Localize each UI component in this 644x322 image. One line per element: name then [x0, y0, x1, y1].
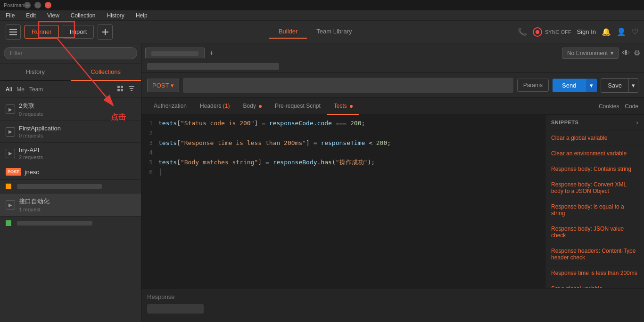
snippet-item[interactable]: Clear a global variable — [545, 130, 644, 146]
tab-tests[interactable]: Tests — [327, 98, 359, 115]
maximize-btn[interactable]: □ — [34, 2, 41, 8]
sidebar-content: ▶ 2关联 0 requests ▶ FirstApplication 0 re… — [0, 98, 141, 322]
post-tag: POST — [6, 168, 21, 176]
filter-me[interactable]: Me — [17, 86, 25, 93]
svg-rect-6 — [121, 86, 123, 88]
new-tab-button[interactable] — [98, 24, 113, 40]
url-bar: POST ▾ Params Send ▾ Save ▾ — [141, 73, 644, 98]
params-button[interactable]: Params — [517, 79, 549, 92]
list-item[interactable]: ▶ FirstApplication 0 requests — [0, 121, 141, 143]
tab-history[interactable]: History — [0, 64, 71, 81]
filter-team[interactable]: Team — [29, 86, 43, 93]
chevron-right-icon[interactable]: › — [636, 120, 638, 125]
svg-rect-9 — [129, 86, 134, 87]
list-item[interactable]: POST jnesc — [0, 164, 141, 180]
eye-icon[interactable]: 👁 — [622, 49, 630, 57]
send-button[interactable]: Send — [553, 79, 586, 92]
code-link[interactable]: Code — [625, 98, 638, 114]
snippet-item[interactable]: Response body: JSON value check — [545, 221, 644, 243]
sidebar-tabs: History Collections — [0, 64, 141, 81]
tab-builder[interactable]: Builder — [269, 25, 307, 39]
snippet-item[interactable]: Response body: Contains string — [545, 161, 644, 177]
menubar: File Edit View Collection History Help — [0, 10, 644, 21]
folder-icon: ▶ — [6, 127, 15, 137]
save-dropdown-button[interactable]: ▾ — [629, 78, 638, 93]
url-input[interactable] — [183, 78, 513, 93]
menu-file[interactable]: File — [4, 11, 17, 20]
tab-prerequest[interactable]: Pre-request Script — [268, 98, 327, 115]
tab-headers[interactable]: Headers (1) — [193, 98, 236, 115]
snippet-item[interactable]: Response time is less than 200ms — [545, 266, 644, 281]
sign-in-button[interactable]: Sign In — [577, 28, 596, 35]
snippet-item[interactable]: Clear an environment variable — [545, 146, 644, 161]
list-item[interactable] — [0, 217, 141, 230]
menu-edit[interactable]: Edit — [24, 11, 38, 20]
code-line: 4 — [141, 148, 545, 158]
method-selector[interactable]: POST ▾ — [147, 79, 179, 92]
request-section-tabs: Authorization Headers (1) Body Pre-reque… — [141, 98, 644, 115]
status-icon — [6, 184, 11, 189]
environment-selector[interactable]: No Environment ▾ — [562, 48, 619, 59]
tests-dot — [350, 105, 353, 108]
method-chevron-icon: ▾ — [171, 82, 174, 89]
svg-rect-7 — [117, 89, 120, 91]
code-editor[interactable]: 1 tests["Status code is 200"] = response… — [141, 115, 545, 288]
menu-collection[interactable]: Collection — [69, 11, 98, 20]
sidebar-toggle-button[interactable] — [6, 24, 21, 40]
response-area: Response — [141, 288, 644, 322]
sync-button[interactable]: SYNC OFF — [533, 27, 571, 37]
list-item[interactable]: ▶ 2关联 0 requests — [0, 98, 141, 121]
user-icon[interactable]: 👤 — [617, 27, 626, 36]
save-button[interactable]: Save — [601, 78, 629, 93]
request-tabs-bar: + No Environment ▾ 👁 ⚙ — [141, 43, 644, 60]
app-title: Postman — [4, 2, 24, 8]
search-input[interactable] — [4, 47, 137, 59]
send-dropdown-button[interactable]: ▾ — [586, 79, 597, 92]
snippet-item[interactable]: Set a global variable — [545, 281, 644, 288]
snippets-panel: SNIPPETS › Clear a global variable Clear… — [545, 115, 644, 288]
blurred-name — [17, 184, 102, 189]
tab-authorization[interactable]: Authorization — [147, 98, 193, 115]
snippet-item[interactable]: Response body: Convert XML body to a JSO… — [545, 177, 644, 199]
svg-rect-1 — [9, 32, 17, 32]
folder-icon: ▶ — [6, 149, 15, 158]
minimize-btn[interactable]: ─ — [24, 2, 31, 8]
menu-history[interactable]: History — [105, 11, 126, 20]
code-line: 2 — [141, 129, 545, 138]
code-line: 5 tests["Body matches string"] = respons… — [141, 158, 545, 168]
snippet-item[interactable]: Response body: is equal to a string — [545, 199, 644, 221]
import-button[interactable]: Import — [63, 25, 94, 39]
code-line: 1 tests["Status code is 200"] = response… — [141, 119, 545, 129]
add-request-tab-button[interactable]: + — [206, 49, 216, 57]
tab-body[interactable]: Body — [236, 98, 268, 115]
tab-collections[interactable]: Collections — [71, 64, 141, 81]
list-item[interactable]: ▶ hry-API 2 requests — [0, 143, 141, 164]
request-tab[interactable] — [145, 48, 205, 58]
notification-icon[interactable]: 🔔 — [602, 27, 611, 36]
menu-help[interactable]: Help — [134, 11, 149, 20]
svg-rect-10 — [130, 88, 133, 89]
sort-icon[interactable] — [128, 85, 135, 94]
window-controls: ─ □ ✕ — [24, 2, 51, 8]
filter-all[interactable]: All — [6, 86, 12, 93]
content-area: + No Environment ▾ 👁 ⚙ POST — [141, 43, 644, 322]
heart-icon[interactable]: ♡ — [632, 27, 638, 36]
list-item[interactable] — [0, 180, 141, 193]
snippet-item[interactable]: Response headers: Content-Type header ch… — [545, 243, 644, 266]
runner-button[interactable]: Runner — [25, 25, 59, 39]
close-btn[interactable]: ✕ — [45, 2, 51, 8]
settings-icon[interactable]: ⚙ — [634, 48, 640, 57]
tab-team-library[interactable]: Team Library — [307, 25, 361, 39]
code-line: 6 │ — [141, 168, 545, 177]
chevron-down-icon: ▾ — [611, 50, 613, 56]
menu-view[interactable]: View — [45, 11, 61, 20]
new-collection-icon[interactable] — [116, 85, 124, 94]
editor-area: 1 tests["Status code is 200"] = response… — [141, 115, 644, 288]
svg-rect-8 — [121, 89, 123, 91]
list-item[interactable]: ▶ 接口自动化 1 request — [0, 193, 141, 217]
code-line: 3 tests["Response time is less than 200m… — [141, 138, 545, 148]
phone-icon[interactable]: 📞 — [518, 27, 527, 36]
cookies-link[interactable]: Cookies — [599, 98, 619, 114]
toolbar: Runner Import Builder Team Library 📞 SYN… — [0, 21, 644, 43]
sidebar-search-container — [0, 43, 141, 64]
